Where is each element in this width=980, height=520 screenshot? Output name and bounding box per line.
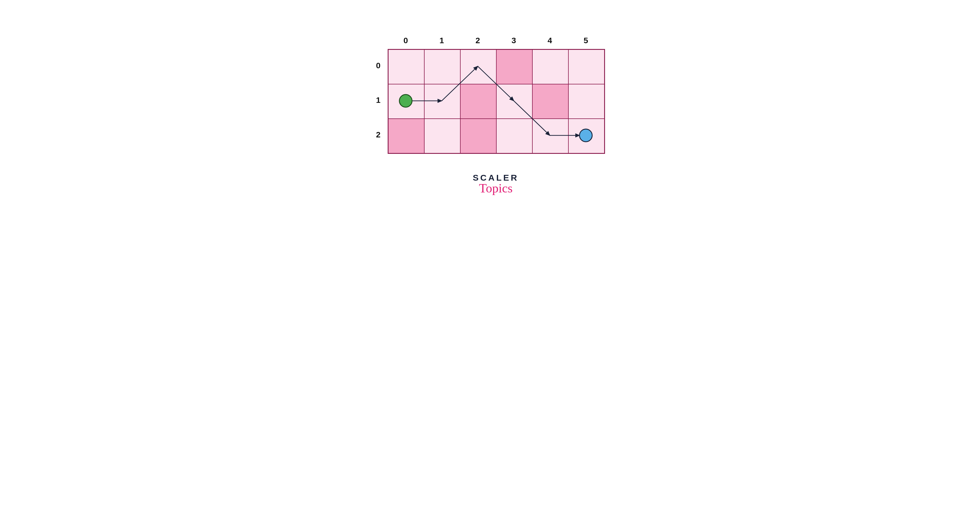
diagram-canvas: 012345 012 SCALER Topics <box>274 0 706 230</box>
cell-2-1 <box>424 119 460 153</box>
cell-1-4 <box>532 84 568 119</box>
row-label-0: 0 <box>372 61 380 70</box>
brand-logo-line2: Topics <box>470 181 522 196</box>
cell-1-5 <box>568 84 605 119</box>
row-label-2: 2 <box>372 130 380 140</box>
col-label-3: 3 <box>510 36 518 45</box>
cell-0-1 <box>424 49 460 84</box>
cell-0-0 <box>388 49 424 84</box>
cell-0-2 <box>460 49 496 84</box>
cell-2-4 <box>532 119 568 153</box>
col-label-0: 0 <box>401 36 410 45</box>
col-label-2: 2 <box>474 36 482 45</box>
col-label-4: 4 <box>546 36 554 45</box>
grid <box>388 49 605 154</box>
cell-1-0 <box>388 84 424 119</box>
row-label-1: 1 <box>372 96 380 105</box>
cell-2-2 <box>460 119 496 153</box>
col-label-5: 5 <box>582 36 590 45</box>
cell-2-3 <box>496 119 532 153</box>
cell-0-4 <box>532 49 568 84</box>
cell-0-3 <box>496 49 532 84</box>
brand-logo: SCALER Topics <box>470 173 522 196</box>
cell-1-3 <box>496 84 532 119</box>
cell-1-2 <box>460 84 496 119</box>
cell-1-1 <box>424 84 460 119</box>
cell-2-0 <box>388 119 424 153</box>
col-label-1: 1 <box>438 36 446 45</box>
cell-0-5 <box>568 49 605 84</box>
cell-2-5 <box>568 119 605 153</box>
